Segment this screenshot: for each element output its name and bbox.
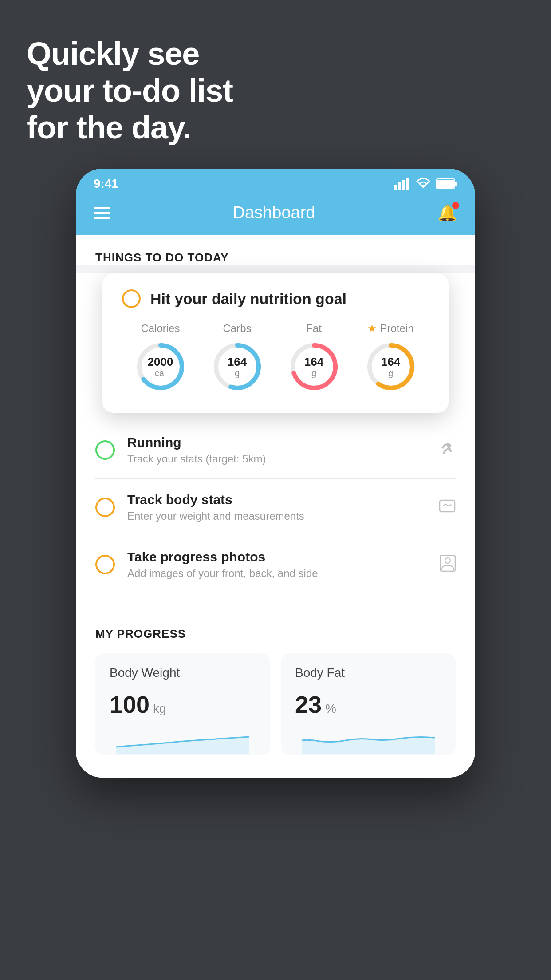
body-fat-value: 23 % bbox=[295, 691, 441, 718]
svg-rect-1 bbox=[398, 182, 401, 190]
nutrition-card-title: Hit your daily nutrition goal bbox=[150, 290, 346, 308]
nutrition-calories: Calories 2000 cal bbox=[134, 322, 187, 393]
progress-title: MY PROGRESS bbox=[95, 627, 456, 641]
weight-chart bbox=[110, 727, 256, 754]
scale-icon bbox=[439, 498, 456, 518]
svg-point-17 bbox=[445, 558, 450, 563]
carbs-donut: 164 g bbox=[211, 340, 264, 393]
things-section: THINGS TO DO TODAY bbox=[76, 235, 475, 265]
nutrition-card-header: Hit your daily nutrition goal bbox=[122, 289, 429, 308]
nutrition-card: Hit your daily nutrition goal Calories bbox=[102, 273, 449, 413]
wifi-icon bbox=[416, 178, 431, 190]
person-icon bbox=[440, 555, 456, 575]
nav-bar: Dashboard 🔔 bbox=[76, 195, 475, 235]
svg-rect-3 bbox=[406, 178, 409, 190]
body-stats-check[interactable] bbox=[95, 498, 115, 517]
fat-chart bbox=[295, 727, 441, 754]
nutrition-carbs: Carbs 164 g bbox=[211, 322, 264, 393]
notification-dot bbox=[452, 202, 459, 209]
running-icon bbox=[438, 442, 456, 459]
phone-mockup: 9:41 bbox=[76, 169, 475, 778]
todo-list: Running Track your stats (target: 5km) T… bbox=[76, 422, 475, 593]
todo-body-stats[interactable]: Track body stats Enter your weight and m… bbox=[95, 479, 456, 536]
svg-rect-0 bbox=[394, 185, 397, 190]
body-weight-value: 100 kg bbox=[110, 691, 256, 718]
running-text: Running Track your stats (target: 5km) bbox=[127, 435, 425, 465]
hamburger-menu[interactable] bbox=[94, 207, 110, 219]
body-stats-text: Track body stats Enter your weight and m… bbox=[127, 492, 426, 522]
body-fat-card[interactable]: Body Fat 23 % bbox=[281, 653, 456, 755]
hero-text: Quickly see your to-do list for the day. bbox=[27, 36, 233, 146]
svg-rect-2 bbox=[402, 180, 405, 190]
fat-donut: 164 g bbox=[287, 340, 341, 393]
notification-bell[interactable]: 🔔 bbox=[437, 204, 457, 222]
nutrition-protein: ★ Protein 164 g bbox=[364, 322, 417, 393]
running-check[interactable] bbox=[95, 440, 115, 460]
nav-title: Dashboard bbox=[233, 203, 315, 222]
nutrition-fat: Fat 164 g bbox=[287, 322, 341, 393]
svg-rect-6 bbox=[437, 180, 454, 188]
signal-icon bbox=[394, 178, 410, 190]
battery-icon bbox=[436, 178, 457, 190]
photos-check[interactable] bbox=[95, 555, 115, 574]
protein-donut: 164 g bbox=[364, 340, 417, 393]
star-icon: ★ bbox=[367, 322, 377, 335]
progress-section: MY PROGRESS Body Weight 100 kg B bbox=[76, 611, 475, 778]
status-time: 9:41 bbox=[94, 177, 118, 191]
status-bar: 9:41 bbox=[76, 169, 475, 195]
phone-screen: 9:41 bbox=[76, 169, 475, 778]
nutrition-radio[interactable] bbox=[122, 289, 141, 308]
spacer bbox=[76, 593, 475, 611]
nutrition-circles: Calories 2000 cal bbox=[122, 322, 429, 393]
calories-donut: 2000 cal bbox=[134, 340, 187, 393]
things-section-title: THINGS TO DO TODAY bbox=[95, 251, 456, 265]
progress-cards: Body Weight 100 kg Body Fat 23 % bbox=[95, 653, 456, 755]
body-weight-card[interactable]: Body Weight 100 kg bbox=[95, 653, 270, 755]
photos-text: Take progress photos Add images of your … bbox=[127, 549, 427, 580]
svg-rect-5 bbox=[455, 182, 457, 186]
svg-rect-15 bbox=[440, 500, 455, 512]
todo-progress-photos[interactable]: Take progress photos Add images of your … bbox=[95, 536, 456, 593]
todo-running[interactable]: Running Track your stats (target: 5km) bbox=[95, 422, 456, 479]
status-icons bbox=[394, 178, 457, 190]
